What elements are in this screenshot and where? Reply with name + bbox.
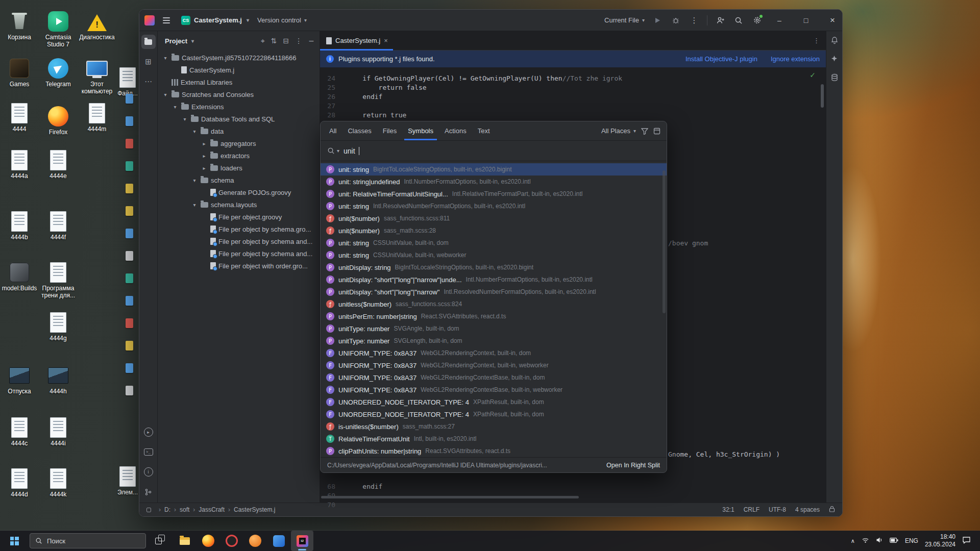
- blue-app-button[interactable]: [267, 531, 290, 551]
- run-button[interactable]: [652, 15, 663, 26]
- language-indicator[interactable]: ENG: [905, 537, 918, 544]
- tree-item[interactable]: File per object with order.gro...: [158, 260, 320, 272]
- search-tab[interactable]: Files: [377, 121, 402, 140]
- ai-assistant-button[interactable]: [830, 55, 838, 64]
- tree-item[interactable]: Generate POJOs.groovy: [158, 186, 320, 198]
- tree-item[interactable]: schema.layouts: [158, 198, 320, 211]
- desktop-icon-mini[interactable]: [126, 296, 133, 306]
- search-everywhere-button[interactable]: [733, 15, 744, 26]
- orange-app-button[interactable]: [244, 531, 266, 551]
- tree-item[interactable]: schema: [158, 174, 320, 186]
- search-result[interactable]: UNIFORM_TYPE: 0x8A37 WebGL2RenderingCont…: [321, 347, 667, 359]
- search-result[interactable]: unit: string CSSUnitValue, built-in, dom: [321, 237, 667, 249]
- tree-item[interactable]: File per object by schema and...: [158, 235, 320, 247]
- search-tab[interactable]: Text: [472, 121, 496, 140]
- tree-item[interactable]: File per object by schema.gro...: [158, 223, 320, 235]
- editor-vscroll-thumb[interactable]: [821, 84, 824, 108]
- desktop-icon-mini[interactable]: [126, 94, 133, 104]
- expand-collapse-button[interactable]: ⇅: [271, 37, 277, 45]
- desktop-icon-mini[interactable]: [126, 318, 133, 328]
- browser-app-button[interactable]: [220, 531, 243, 551]
- breadcrumb[interactable]: D:softJassCraftCasterSystem.j: [155, 506, 275, 513]
- more-tools-button[interactable]: ⋯: [141, 74, 156, 89]
- network-tray-icon[interactable]: [862, 537, 869, 545]
- tree-item[interactable]: loaders: [158, 162, 320, 174]
- volume-tray-icon[interactable]: [876, 537, 883, 545]
- task-view-button[interactable]: [150, 531, 173, 551]
- problems-tool-button[interactable]: i: [141, 465, 156, 479]
- battery-tray-icon[interactable]: [890, 537, 898, 544]
- search-result[interactable]: clipPathUnits: number|string React.SVGAt…: [321, 445, 667, 457]
- search-result[interactable]: unitless($number) sass_functions.scss:82…: [321, 298, 667, 310]
- search-result[interactable]: UNIFORM_TYPE: 0x8A37 WebGL2RenderingCont…: [321, 371, 667, 384]
- desktop-icon-mini[interactable]: [126, 386, 133, 395]
- tree-item[interactable]: File per object.groovy: [158, 211, 320, 223]
- maximize-button[interactable]: □: [796, 10, 816, 31]
- ignore-extension-link[interactable]: Ignore extension: [771, 55, 820, 63]
- desktop-icon-mini[interactable]: [126, 273, 133, 283]
- editor-tab[interactable]: CasterSystem.j ×: [320, 31, 393, 50]
- breadcrumb-segment[interactable]: D:: [155, 506, 170, 513]
- desktop-icon-mini[interactable]: [126, 229, 133, 238]
- minimize-button[interactable]: –: [770, 10, 789, 31]
- main-menu-button[interactable]: [160, 14, 173, 27]
- desktop-icon-mini[interactable]: [126, 251, 133, 261]
- search-result[interactable]: unit: string Intl.ResolvedNumberFormatOp…: [321, 200, 667, 212]
- search-result[interactable]: RelativeTimeFormatUnit Intl, built-in, e…: [321, 433, 667, 445]
- search-result[interactable]: UNIFORM_TYPE: 0x8A37 WebGL2RenderingCont…: [321, 359, 667, 371]
- vcs-widget[interactable]: Version control ▾: [257, 16, 307, 24]
- tree-item[interactable]: extractors: [158, 149, 320, 162]
- results-scroll-thumb[interactable]: [663, 170, 666, 313]
- version-control-tool-button[interactable]: [141, 485, 156, 499]
- editor-hscroll-thumb[interactable]: [321, 496, 579, 498]
- taskbar-clock[interactable]: 18:40 23.05.2024: [925, 533, 955, 548]
- intellij-taskbar-button[interactable]: IJ: [291, 531, 313, 551]
- search-tab[interactable]: Classes: [342, 121, 377, 140]
- project-selector[interactable]: CS CasterSystem.j ▾: [178, 14, 252, 27]
- search-result[interactable]: unit($number) sass_math.scss:28: [321, 224, 667, 237]
- tree-item[interactable]: Database Tools and SQL: [158, 113, 320, 125]
- hide-panel-button[interactable]: −: [308, 37, 314, 45]
- file-explorer-button[interactable]: [174, 531, 196, 551]
- run-configuration-selector[interactable]: Current File ▾: [604, 16, 645, 24]
- tree-item[interactable]: CasterSystem.j8575107222864118666: [158, 52, 320, 64]
- search-scope-selector[interactable]: All Places ▾: [601, 121, 636, 140]
- search-result[interactable]: unit: string BigIntToLocaleStringOptions…: [321, 163, 667, 176]
- tab-options-button[interactable]: ⋮: [813, 31, 826, 50]
- desktop-icon-mini[interactable]: [126, 206, 133, 216]
- inspections-ok-icon[interactable]: ✓: [810, 71, 816, 79]
- project-tool-button[interactable]: [141, 35, 156, 49]
- search-result[interactable]: unitsPerEm: number|string React.SVGAttri…: [321, 310, 667, 322]
- desktop-icon-mini[interactable]: [126, 139, 133, 148]
- desktop-icon-mini[interactable]: [126, 161, 133, 171]
- services-tool-button[interactable]: ▸: [141, 425, 156, 439]
- search-result[interactable]: UNIFORM_TYPE: 0x8A37 WebGL2RenderingCont…: [321, 384, 667, 396]
- filter-button[interactable]: [641, 121, 648, 140]
- taskbar-search[interactable]: Поиск: [30, 533, 146, 548]
- breadcrumb-segment[interactable]: JassCraft: [189, 506, 225, 513]
- collapse-all-button[interactable]: ⊟: [283, 37, 289, 45]
- debug-button[interactable]: [670, 15, 681, 26]
- tree-item[interactable]: aggregators: [158, 137, 320, 149]
- tree-item[interactable]: CasterSystem.j: [158, 64, 320, 76]
- terminal-tool-button[interactable]: >_: [141, 445, 156, 459]
- close-button[interactable]: ×: [823, 10, 842, 31]
- search-result[interactable]: unit: string|undefined Intl.NumberFormat…: [321, 176, 667, 188]
- search-result[interactable]: unitDisplay: string BigIntToLocaleString…: [321, 261, 667, 273]
- tree-item[interactable]: data: [158, 125, 320, 137]
- search-input[interactable]: ▾ unit: [321, 141, 667, 161]
- search-result[interactable]: unit: string CSSUnitValue, built-in, web…: [321, 249, 667, 261]
- more-actions-button[interactable]: ⋮: [689, 15, 700, 26]
- hidden-icons-button[interactable]: ∧: [851, 538, 855, 544]
- plugins-tool-button[interactable]: ⊞: [141, 55, 156, 69]
- install-plugin-link[interactable]: Install Objective-J plugin: [685, 55, 757, 63]
- search-result[interactable]: UNORDERED_NODE_ITERATOR_TYPE: 4 XPathRes…: [321, 396, 667, 408]
- readonly-toggle[interactable]: [829, 506, 835, 514]
- tree-item[interactable]: File per object by schema and...: [158, 247, 320, 260]
- desktop-icon-mini[interactable]: [126, 341, 133, 350]
- search-result[interactable]: unitType: number SVGAngle, built-in, dom: [321, 322, 667, 335]
- breadcrumb-segment[interactable]: soft: [170, 506, 189, 513]
- open-in-window-button[interactable]: [653, 121, 660, 140]
- breadcrumb-segment[interactable]: CasterSystem.j: [225, 506, 275, 513]
- close-tab-icon[interactable]: ×: [384, 37, 388, 44]
